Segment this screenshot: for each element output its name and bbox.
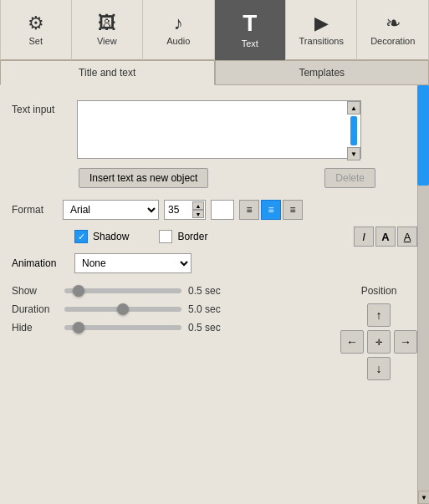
main-content: Text input ▲ ▼ Insert text as new object… xyxy=(0,85,429,504)
toolbar-decoration[interactable]: ❧ Decoration xyxy=(357,0,428,60)
tab-title-text[interactable]: Title and text xyxy=(0,60,215,85)
size-down-arrow[interactable]: ▼ xyxy=(192,210,204,218)
toolbar-audio[interactable]: ♪ Audio xyxy=(143,0,214,60)
scroll-thumb[interactable] xyxy=(417,85,429,186)
show-label: Show xyxy=(12,285,58,297)
text-input-field[interactable] xyxy=(77,100,361,159)
spinner-arrows: ▲ ▼ xyxy=(192,201,204,218)
show-slider-track[interactable] xyxy=(64,288,181,293)
position-up-button[interactable]: ↑ xyxy=(367,303,391,327)
position-center-button[interactable]: ✛ xyxy=(367,330,391,354)
align-group: ≡ ≡ ≡ xyxy=(239,200,303,220)
text-scroll-down[interactable]: ▼ xyxy=(347,147,360,160)
text-input-section: Text input ▲ ▼ xyxy=(12,100,417,161)
text-input-label: Text input xyxy=(12,100,77,115)
position-right-button[interactable]: → xyxy=(394,330,417,354)
text-input-wrapper: ▲ ▼ xyxy=(77,100,361,161)
duration-slider-thumb[interactable] xyxy=(117,303,129,315)
text-scroll-thumb xyxy=(350,116,357,145)
show-slider-thumb[interactable] xyxy=(73,285,84,297)
insert-text-button[interactable]: Insert text as new object xyxy=(79,168,208,188)
hide-label: Hide xyxy=(12,322,58,333)
toolbar: ⚙ Set 🖼 View ♪ Audio T Text ▶ Transition… xyxy=(0,0,429,60)
size-spinner: ▲ ▼ xyxy=(164,200,206,220)
scroll-down-arrow[interactable]: ▼ xyxy=(418,491,429,504)
position-section: Show 0.5 sec Duration 5.0 sec Hide xyxy=(12,285,417,380)
tab-bar: Title and text Templates xyxy=(0,60,429,85)
align-left-button[interactable]: ≡ xyxy=(239,200,259,220)
shadow-border-row: ✓ Shadow Border I A A xyxy=(74,227,417,247)
toolbar-audio-label: Audio xyxy=(166,36,190,46)
shadow-checkbox[interactable]: ✓ Shadow xyxy=(74,230,129,243)
transitions-icon: ▶ xyxy=(314,14,329,33)
duration-slider-track[interactable] xyxy=(64,307,181,312)
align-center-button[interactable]: ≡ xyxy=(261,200,281,220)
show-value: 0.5 sec xyxy=(188,285,230,297)
toolbar-decoration-label: Decoration xyxy=(370,36,415,46)
size-up-arrow[interactable]: ▲ xyxy=(192,201,204,210)
text-style-group: I A A xyxy=(354,227,417,247)
toolbar-transitions-label: Transitions xyxy=(299,36,344,46)
border-checkmark xyxy=(159,230,172,243)
delete-button[interactable]: Delete xyxy=(324,168,375,188)
duration-value: 5.0 sec xyxy=(188,303,230,315)
animation-select[interactable]: None Fade In Fly In Zoom In xyxy=(74,253,192,273)
position-label: Position xyxy=(361,285,397,297)
toolbar-view-label: View xyxy=(97,36,117,46)
font-select[interactable]: Arial xyxy=(63,200,159,220)
text-scroll-up[interactable]: ▲ xyxy=(347,101,360,115)
hide-slider-track[interactable] xyxy=(64,325,181,330)
show-slider-row: Show 0.5 sec xyxy=(12,285,324,297)
toolbar-view[interactable]: 🖼 View xyxy=(72,0,143,60)
toolbar-text[interactable]: T Text xyxy=(215,0,286,60)
position-down-button[interactable]: ↓ xyxy=(367,357,391,380)
hide-slider-thumb[interactable] xyxy=(73,322,84,333)
position-controls: Position ↑ ← ✛ → ↓ xyxy=(340,285,417,380)
border-label: Border xyxy=(177,231,207,242)
format-row: Format Arial ▲ ▼ ≡ ≡ ≡ xyxy=(12,200,417,220)
set-icon: ⚙ xyxy=(28,14,44,33)
position-left-button[interactable]: ← xyxy=(340,330,364,354)
action-buttons: Insert text as new object Delete xyxy=(79,168,375,188)
animation-label: Animation xyxy=(12,257,66,269)
sliders-section: Show 0.5 sec Duration 5.0 sec Hide xyxy=(12,285,324,340)
italic-button[interactable]: I xyxy=(354,227,374,247)
text-icon: T xyxy=(243,12,257,35)
animation-row: Animation None Fade In Fly In Zoom In xyxy=(12,253,417,273)
color-picker[interactable] xyxy=(211,200,234,220)
position-middle-row: ← ✛ → xyxy=(340,330,417,354)
border-checkbox[interactable]: Border xyxy=(159,230,207,243)
hide-slider-row: Hide 0.5 sec xyxy=(12,322,324,333)
align-right-button[interactable]: ≡ xyxy=(283,200,303,220)
format-label: Format xyxy=(12,204,58,216)
toolbar-text-label: Text xyxy=(242,38,258,48)
view-icon: 🖼 xyxy=(98,14,116,33)
toolbar-set-label: Set xyxy=(29,36,43,46)
toolbar-set[interactable]: ⚙ Set xyxy=(0,0,72,60)
duration-slider-row: Duration 5.0 sec xyxy=(12,303,324,315)
text-scrollbar: ▲ ▼ xyxy=(347,101,360,160)
position-arrows: ↑ ← ✛ → ↓ xyxy=(340,303,417,380)
audio-icon: ♪ xyxy=(174,14,183,33)
decoration-icon: ❧ xyxy=(386,14,401,33)
underline-button[interactable]: A xyxy=(397,227,417,247)
shadow-checkmark: ✓ xyxy=(74,230,88,243)
duration-label: Duration xyxy=(12,303,58,315)
tab-templates[interactable]: Templates xyxy=(215,60,430,85)
hide-value: 0.5 sec xyxy=(188,322,230,333)
shadow-label: Shadow xyxy=(93,231,129,242)
toolbar-transitions[interactable]: ▶ Transitions xyxy=(286,0,357,60)
main-scrollbar: ▲ ▼ xyxy=(417,85,429,504)
bold-button[interactable]: A xyxy=(375,227,396,247)
